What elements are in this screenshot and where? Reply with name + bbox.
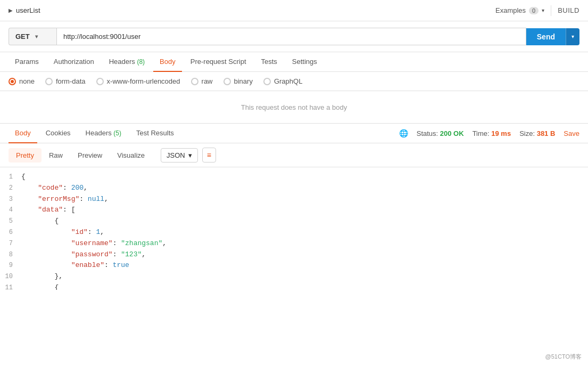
- examples-count: 0: [529, 7, 539, 14]
- json-format-select[interactable]: JSON ▾: [161, 148, 198, 163]
- format-tab-preview[interactable]: Preview: [70, 148, 110, 163]
- code-line-6: 6 "id": 1,: [0, 227, 588, 238]
- format-tab-raw[interactable]: Raw: [42, 148, 70, 163]
- code-line-10: 10 },: [0, 271, 588, 282]
- radio-urlencoded[interactable]: x-www-form-urlencoded: [96, 77, 180, 85]
- code-line-1: 1 {: [0, 172, 588, 183]
- response-tab-bar: Body Cookies Headers (5) Test Results 🌐 …: [0, 124, 588, 143]
- send-button-group: Send ▾: [526, 28, 579, 45]
- method-dropdown[interactable]: GET ▾: [9, 28, 56, 45]
- method-caret-icon: ▾: [35, 34, 38, 39]
- response-code-area[interactable]: 1 { 2 "code": 200, 3 "errorMsg": null, 4…: [0, 167, 588, 290]
- code-line-4: 4 "data": [: [0, 205, 588, 216]
- examples-button[interactable]: Examples 0 ▾: [495, 6, 544, 14]
- json-format-caret-icon: ▾: [188, 151, 192, 159]
- json-format-label: JSON: [167, 151, 185, 159]
- format-tabs: Pretty Raw Preview Visualize: [9, 148, 152, 163]
- radio-none-label: none: [19, 77, 35, 85]
- expand-arrow-icon[interactable]: ▶: [9, 7, 13, 13]
- response-tab-cookies[interactable]: Cookies: [39, 124, 77, 143]
- response-tab-headers[interactable]: Headers (5): [79, 124, 128, 143]
- examples-label: Examples: [495, 6, 526, 14]
- radio-form-data[interactable]: form-data: [45, 77, 86, 85]
- radio-graphql-label: GraphQL: [274, 77, 302, 85]
- status-label: Status: 200 OK: [417, 129, 464, 137]
- size-value: 381 B: [537, 129, 556, 137]
- radio-binary-label: binary: [234, 77, 253, 85]
- radio-binary-dot: [223, 78, 231, 85]
- collection-name: userList: [16, 6, 40, 14]
- send-dropdown-button[interactable]: ▾: [566, 28, 579, 45]
- radio-none-dot: [9, 78, 16, 85]
- response-tab-test-results[interactable]: Test Results: [130, 124, 180, 143]
- time-value: 19 ms: [491, 129, 511, 137]
- headers-badge: (8): [137, 58, 145, 66]
- tab-prerequest[interactable]: Pre-request Script: [184, 52, 253, 72]
- request-tab-bar: Params Authorization Headers (8) Body Pr…: [0, 52, 588, 72]
- size-label: Size: 381 B: [519, 129, 555, 137]
- format-bar: Pretty Raw Preview Visualize JSON ▾ ≡: [0, 143, 588, 167]
- no-body-text: This request does not have a body: [241, 103, 347, 111]
- globe-icon: 🌐: [399, 129, 408, 137]
- code-line-2: 2 "code": 200,: [0, 183, 588, 194]
- code-line-5: 5 {: [0, 216, 588, 227]
- tab-body[interactable]: Body: [153, 52, 182, 72]
- send-button[interactable]: Send: [526, 28, 566, 45]
- response-meta: 🌐 Status: 200 OK Time: 19 ms Size: 381 B…: [399, 129, 579, 137]
- top-bar: ▶ userList Examples 0 ▾ BUILD: [0, 0, 588, 21]
- response-headers-badge: (5): [113, 129, 121, 137]
- status-value: 200 OK: [440, 129, 464, 137]
- radio-binary[interactable]: binary: [223, 77, 253, 85]
- tab-params[interactable]: Params: [9, 52, 45, 72]
- response-tab-body[interactable]: Body: [9, 124, 37, 143]
- radio-graphql-dot: [263, 78, 271, 85]
- no-body-message: This request does not have a body: [0, 91, 588, 123]
- url-input[interactable]: [56, 28, 526, 45]
- radio-urlencoded-dot: [96, 78, 104, 85]
- radio-urlencoded-label: x-www-form-urlencoded: [107, 77, 180, 85]
- radio-raw[interactable]: raw: [191, 77, 213, 85]
- radio-none[interactable]: none: [9, 77, 35, 85]
- radio-form-data-label: form-data: [56, 77, 86, 85]
- collection-title: ▶ userList: [9, 6, 40, 14]
- radio-raw-dot: [191, 78, 198, 85]
- code-line-9: 9 "enable": true: [0, 260, 588, 271]
- save-button[interactable]: Save: [564, 129, 579, 137]
- divider: [551, 5, 551, 16]
- body-options: none form-data x-www-form-urlencoded raw…: [0, 72, 588, 91]
- response-section: Body Cookies Headers (5) Test Results 🌐 …: [0, 123, 588, 290]
- time-label: Time: 19 ms: [473, 129, 511, 137]
- radio-graphql[interactable]: GraphQL: [263, 77, 302, 85]
- top-bar-actions: Examples 0 ▾ BUILD: [495, 5, 579, 16]
- code-line-11: 11 {: [0, 282, 588, 290]
- radio-form-data-dot: [45, 78, 53, 85]
- footer-attribution: @51CTO博客: [545, 353, 582, 361]
- tab-authorization[interactable]: Authorization: [47, 52, 101, 72]
- build-button[interactable]: BUILD: [558, 6, 579, 14]
- code-line-3: 3 "errorMsg": null,: [0, 194, 588, 205]
- examples-dropdown-icon[interactable]: ▾: [542, 7, 544, 13]
- tab-headers[interactable]: Headers (8): [103, 52, 151, 72]
- tab-tests[interactable]: Tests: [255, 52, 284, 72]
- format-tab-visualize[interactable]: Visualize: [110, 148, 152, 163]
- tab-settings[interactable]: Settings: [286, 52, 324, 72]
- code-line-7: 7 "username": "zhangsan",: [0, 238, 588, 249]
- url-bar: GET ▾ Send ▾: [0, 21, 588, 52]
- format-tab-pretty[interactable]: Pretty: [9, 148, 42, 163]
- method-value: GET: [15, 33, 30, 40]
- code-line-8: 8 "password": "123",: [0, 249, 588, 261]
- radio-raw-label: raw: [202, 77, 213, 85]
- wrap-button[interactable]: ≡: [202, 148, 216, 163]
